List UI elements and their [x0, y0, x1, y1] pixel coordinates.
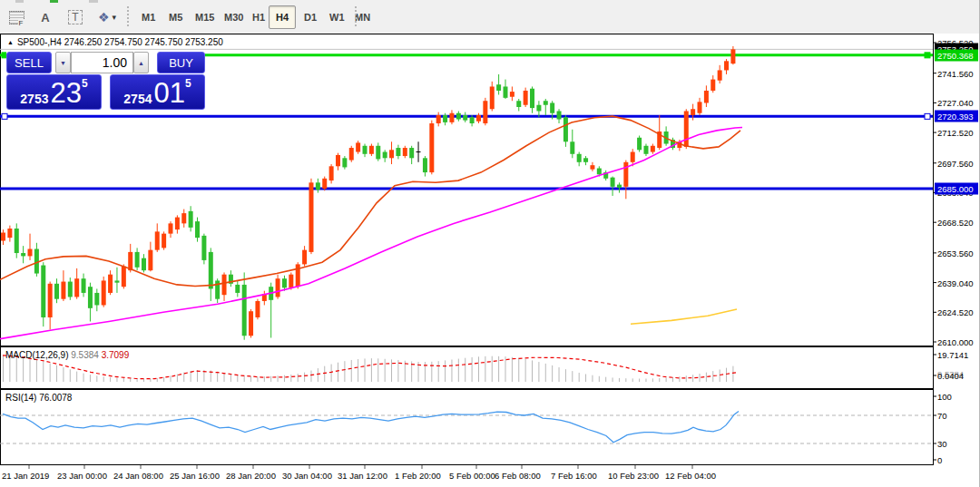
timeframe-button-mn[interactable]: MN — [348, 5, 377, 29]
rsi-value: 76.0078 — [39, 393, 72, 403]
macd-panel[interactable] — [0, 346, 934, 389]
time-axis-label: 10 Feb 23:00 — [608, 471, 659, 481]
price-axis-label: 2741.560 — [937, 68, 974, 78]
time-axis-label: 31 Jan 12:00 — [338, 471, 387, 481]
price-badge: 2720.393 — [935, 111, 978, 122]
timeframe-button-m5[interactable]: M5 — [162, 5, 190, 29]
price-axis-label: 2697.560 — [937, 158, 974, 168]
sell-price-pip: 5 — [82, 79, 88, 88]
time-axis-label: 30 Jan 04:00 — [282, 471, 332, 481]
timeframe-button-h4[interactable]: H4 — [269, 5, 296, 29]
price-axis-label: 2712.520 — [937, 128, 974, 138]
sell-price-big: 23 — [50, 81, 81, 106]
chart-title: ▲SP500-,H4 2746.250 2754.750 2745.750 27… — [7, 37, 223, 47]
price-badge: 2685.000 — [935, 183, 978, 195]
text-box-icon: T — [68, 10, 82, 24]
macd-axis-bottom: 0.0404 — [937, 371, 964, 381]
font-button[interactable]: A — [33, 5, 58, 29]
time-axis-label: 25 Jan 16:00 — [170, 471, 220, 481]
sell-price-stem: 2753 — [20, 92, 48, 106]
price-axis-label: 2727.040 — [937, 98, 974, 108]
macd-label: MACD(12,26,9) 9.5384 3.7099 — [5, 350, 129, 360]
timeframe-button-d1[interactable]: D1 — [297, 5, 324, 29]
rsi-panel[interactable] — [0, 389, 934, 465]
text-label-tool-button[interactable]: T — [62, 5, 89, 29]
macd-axis-top: 19.7141 — [937, 350, 968, 360]
time-axis-label: 28 Jan 20:00 — [226, 471, 276, 481]
time-axis-label: 1 Feb 20:00 — [395, 471, 441, 481]
volume-decrease-button[interactable]: ▼ — [55, 52, 71, 73]
price-axis-label: 2624.520 — [937, 307, 974, 317]
toolbar-separator — [127, 6, 132, 26]
volume-input[interactable] — [71, 52, 133, 73]
buy-button[interactable]: BUY — [157, 52, 205, 73]
time-axis-label: 21 Jan 2019 — [2, 471, 49, 481]
buy-price-box[interactable]: 2754015 — [110, 74, 205, 110]
toolbar-overflow-sliver2 — [89, 0, 98, 3]
macd-main-value: 9.5384 — [71, 350, 99, 360]
rsi-axis-label: 100 — [937, 392, 952, 402]
buy-price-pip: 5 — [185, 79, 191, 88]
time-axis-label: 6 Feb 08:00 — [495, 471, 541, 481]
price-axis-label: 2668.520 — [937, 218, 974, 228]
profiles-grid-icon: F — [9, 11, 24, 24]
toolbar-separator — [355, 6, 359, 26]
time-axis-label: 12 Feb 04:00 — [665, 471, 716, 481]
time-axis-label: 24 Jan 08:00 — [113, 471, 163, 481]
price-badge: 2750.368 — [935, 49, 978, 61]
time-axis-label: 5 Feb 00:00 — [449, 471, 495, 481]
volume-increase-button[interactable]: ▲ — [133, 52, 149, 73]
macd-signal-value: 3.7099 — [102, 350, 130, 360]
price-axis-label: 2653.560 — [937, 248, 974, 258]
buy-price-stem: 2754 — [123, 92, 152, 106]
rsi-axis-label: 70 — [937, 411, 947, 421]
toolbar: F A T ❖ ▾ M1M5M15M30H1H4D1W1MN — [0, 0, 980, 34]
timeframe-button-m1[interactable]: M1 — [134, 5, 162, 29]
dropdown-caret-icon: ▾ — [113, 13, 117, 22]
price-axis-label: 2610.000 — [937, 337, 974, 347]
time-axis-label: 23 Jan 00:00 — [57, 471, 107, 481]
profiles-button[interactable]: F — [4, 5, 29, 29]
toolbar-overflow-sliver — [15, 0, 24, 3]
time-axis-label: 7 Feb 16:00 — [551, 471, 597, 481]
sell-button[interactable]: SELL — [6, 52, 52, 73]
price-axis-label: 2639.040 — [937, 278, 974, 287]
line-studies-button[interactable]: ❖ ▾ — [91, 5, 123, 29]
buy-price-big: 01 — [153, 81, 184, 106]
line-studies-icon: ❖ — [98, 10, 110, 24]
toolbar-overflow-sliver-green — [50, 0, 58, 3]
font-a-icon: A — [41, 11, 49, 24]
trading-terminal-window: F A T ❖ ▾ M1M5M15M30H1H4D1W1MN ▲SP500-,H… — [0, 0, 980, 487]
symbol-arrow-icon: ▲ — [7, 39, 14, 45]
rsi-axis-label: 0 — [937, 455, 942, 465]
rsi-label: RSI(14) 76.0078 — [5, 393, 72, 403]
one-click-trading-widget: SELL ▼ ▲ BUY 2753235 2754015 — [6, 50, 205, 110]
sell-price-box[interactable]: 2753235 — [6, 74, 102, 110]
rsi-axis-label: 30 — [937, 439, 947, 449]
